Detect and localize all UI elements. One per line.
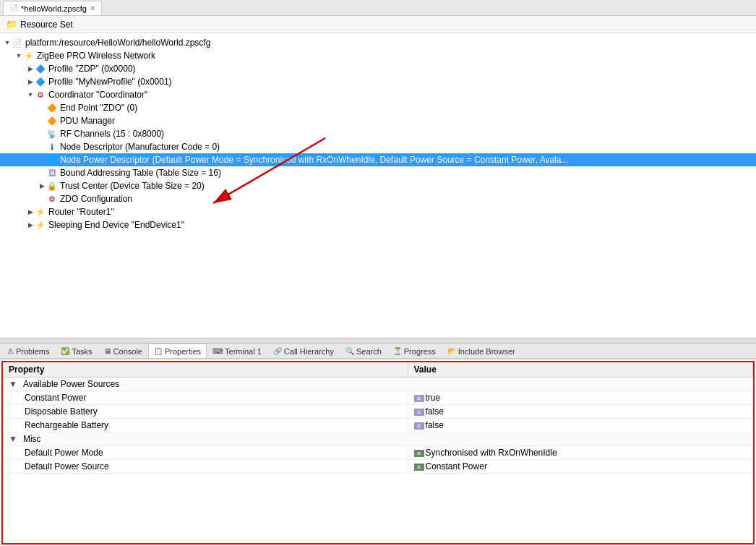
- label-profile-mynew: Profile "MyNewProfile" (0x0001): [48, 77, 172, 87]
- prop-cell-value[interactable]: ≡false: [408, 405, 753, 419]
- bottom-tab-bar: ⚠Problems✅Tasks🖥Console📋Properties⌨Termi…: [0, 344, 756, 359]
- horizontal-splitter[interactable]: · · ·: [0, 338, 756, 344]
- bottom-tab-console[interactable]: 🖥Console: [98, 344, 148, 358]
- label-bound-addressing: Bound Addressing Table (Table Size = 16): [60, 168, 221, 178]
- tree-root-item[interactable]: ▼ 📄 platform:/resource/HelloWorld/helloW…: [0, 36, 756, 49]
- prop-row[interactable]: Default Power Mode ≡Synchronised with Rx…: [3, 446, 753, 460]
- value-bool-icon: ≡: [414, 409, 424, 416]
- tree-item-bound-addressing[interactable]: 🖼 Bound Addressing Table (Table Size = 1…: [0, 166, 756, 179]
- tree-item-zdo-config[interactable]: ⚙ ZDO Configuration: [0, 192, 756, 205]
- properties-table: Property Value ▼Available Power Sources …: [3, 362, 753, 474]
- bottom-tab-progress[interactable]: ⏳Progress: [387, 344, 442, 358]
- tree-item-pdu-manager[interactable]: 🔶 PDU Manager: [0, 114, 756, 127]
- editor-tab[interactable]: 📄 *helloWorld.zpscfg ✕: [3, 1, 102, 15]
- prop-row[interactable]: Default Power Source ≡Constant Power: [3, 460, 753, 474]
- expand-endpoint-zdo[interactable]: [38, 103, 46, 112]
- resource-set-icon: 📁: [6, 19, 17, 30]
- tree-item-endpoint-zdo[interactable]: 🔶 End Point "ZDO" (0): [0, 101, 756, 114]
- tree-item-sleeping-end-device[interactable]: ▶ ⚡ Sleeping End Device "EndDevice1": [0, 218, 756, 231]
- tree-item-profile-mynew[interactable]: ▶ 🔷 Profile "MyNewProfile" (0x0001): [0, 75, 756, 88]
- bottom-tab-call-hierarchy[interactable]: 🔗Call Hierarchy: [267, 344, 340, 358]
- bottom-tab-search[interactable]: 🔍Search: [340, 344, 387, 358]
- bottom-tab-include-browser[interactable]: 📂Include Browser: [442, 344, 521, 358]
- expand-zigbee-network[interactable]: ▼: [14, 51, 23, 60]
- expand-bound-addressing[interactable]: [38, 169, 46, 177]
- tab-label-tasks: Tasks: [72, 347, 92, 356]
- tab-icon-include-browser: 📂: [447, 347, 456, 355]
- bottom-tab-problems[interactable]: ⚠Problems: [1, 344, 55, 358]
- bottom-panel: ⚠Problems✅Tasks🖥Console📋Properties⌨Termi…: [0, 344, 756, 546]
- tree-item-node-descriptor[interactable]: ℹ Node Descriptor (Manufacturer Code = 0…: [0, 140, 756, 153]
- icon-router: ⚡: [35, 206, 46, 218]
- expand-node-power-descriptor[interactable]: [38, 155, 46, 164]
- icon-profile-zdp: 🔷: [35, 63, 46, 74]
- icon-trust-center: 🔒: [46, 180, 58, 192]
- tab-label-terminal: Terminal 1: [225, 347, 262, 356]
- expand-rf-channels[interactable]: [38, 129, 46, 138]
- tree-expand-root[interactable]: ▼: [3, 38, 12, 47]
- value-enum-icon: ≡: [414, 450, 424, 457]
- value-bool-icon: ≡: [414, 422, 424, 430]
- col-header-value: Value: [408, 362, 753, 377]
- resource-set-label: Resource Set: [20, 20, 73, 30]
- tab-label-console: Console: [113, 347, 142, 356]
- expand-trust-center[interactable]: ▶: [38, 182, 46, 190]
- expand-coordinator[interactable]: ▼: [26, 90, 35, 99]
- label-rf-channels: RF Channels (15 : 0x8000): [60, 129, 164, 139]
- tree-item-node-power-descriptor[interactable]: 🌐 Node Power Descriptor (Default Power M…: [0, 153, 756, 166]
- bottom-tab-tasks[interactable]: ✅Tasks: [55, 344, 98, 358]
- icon-profile-mynew: 🔷: [35, 76, 46, 88]
- expand-sleeping-end-device[interactable]: ▶: [26, 221, 35, 229]
- bottom-tab-terminal[interactable]: ⌨Terminal 1: [207, 344, 267, 358]
- prop-row[interactable]: Disposable Battery ≡false: [3, 405, 753, 419]
- expand-profile-zdp[interactable]: ▶: [26, 64, 35, 73]
- tree-container[interactable]: ▼ 📄 platform:/resource/HelloWorld/helloW…: [0, 33, 756, 338]
- prop-group-available-power-sources: ▼Available Power Sources: [3, 377, 753, 391]
- prop-row[interactable]: Constant Power ≡true: [3, 391, 753, 405]
- tab-close-button[interactable]: ✕: [90, 4, 95, 12]
- tab-label-include-browser: Include Browser: [458, 347, 515, 356]
- tab-label-progress: Progress: [404, 347, 436, 356]
- main-editor-area: ▼ 📄 platform:/resource/HelloWorld/helloW…: [0, 33, 756, 546]
- tree-item-zigbee-network[interactable]: ▼ ⚡ ZigBee PRO Wireless Network: [0, 49, 756, 62]
- icon-node-descriptor: ℹ: [46, 141, 58, 153]
- expand-pdu-manager[interactable]: [38, 116, 46, 125]
- label-endpoint-zdo: End Point "ZDO" (0): [60, 103, 137, 113]
- tree-item-coordinator[interactable]: ▼ ⚙ Coordinator "Coordinator": [0, 88, 756, 101]
- icon-sleeping-end-device: ⚡: [35, 219, 46, 231]
- properties-panel[interactable]: Property Value ▼Available Power Sources …: [1, 361, 755, 545]
- tab-icon-properties: 📋: [154, 347, 163, 355]
- tab-label-call-hierarchy: Call Hierarchy: [284, 347, 334, 356]
- tree-item-trust-center[interactable]: ▶ 🔒 Trust Center (Device Table Size = 20…: [0, 179, 756, 192]
- label-node-descriptor: Node Descriptor (Manufacturer Code = 0): [60, 142, 220, 152]
- label-zdo-config: ZDO Configuration: [60, 194, 132, 204]
- tree-item-profile-zdp[interactable]: ▶ 🔷 Profile "ZDP" (0x0000): [0, 62, 756, 75]
- prop-cell-value[interactable]: ≡Constant Power: [408, 460, 753, 474]
- tab-label-problems: Problems: [16, 347, 49, 356]
- prop-cell-value[interactable]: ≡Synchronised with RxOnWhenIdle: [408, 446, 753, 460]
- tree-item-router[interactable]: ▶ ⚡ Router "Router1": [0, 205, 756, 218]
- prop-cell-value[interactable]: ≡true: [408, 391, 753, 405]
- resource-set-bar: 📁 Resource Set: [0, 16, 756, 33]
- prop-cell-value[interactable]: ≡false: [408, 419, 753, 432]
- expand-node-descriptor[interactable]: [38, 142, 46, 151]
- value-enum-icon: ≡: [414, 464, 424, 471]
- icon-endpoint-zdo: 🔶: [46, 102, 58, 114]
- expand-zdo-config[interactable]: [38, 195, 46, 203]
- expand-router[interactable]: ▶: [26, 208, 35, 216]
- prop-row[interactable]: Rechargeable Battery ≡false: [3, 419, 753, 432]
- file-icon: 📄: [9, 4, 18, 12]
- prop-group-misc: ▼Misc: [3, 432, 753, 446]
- label-zigbee-network: ZigBee PRO Wireless Network: [37, 51, 155, 61]
- tab-icon-search: 🔍: [345, 347, 354, 355]
- platform-icon: 📄: [12, 37, 23, 48]
- tree-item-rf-channels[interactable]: 📡 RF Channels (15 : 0x8000): [0, 127, 756, 140]
- group-label: ▼Available Power Sources: [9, 379, 747, 389]
- tab-icon-terminal: ⌨: [212, 347, 223, 355]
- bottom-tab-properties[interactable]: 📋Properties: [148, 344, 207, 358]
- tab-icon-console: 🖥: [104, 347, 111, 355]
- icon-zdo-config: ⚙: [46, 193, 58, 205]
- expand-profile-mynew[interactable]: ▶: [26, 77, 35, 86]
- prop-cell-property: Constant Power: [3, 391, 408, 405]
- label-trust-center: Trust Center (Device Table Size = 20): [60, 181, 205, 191]
